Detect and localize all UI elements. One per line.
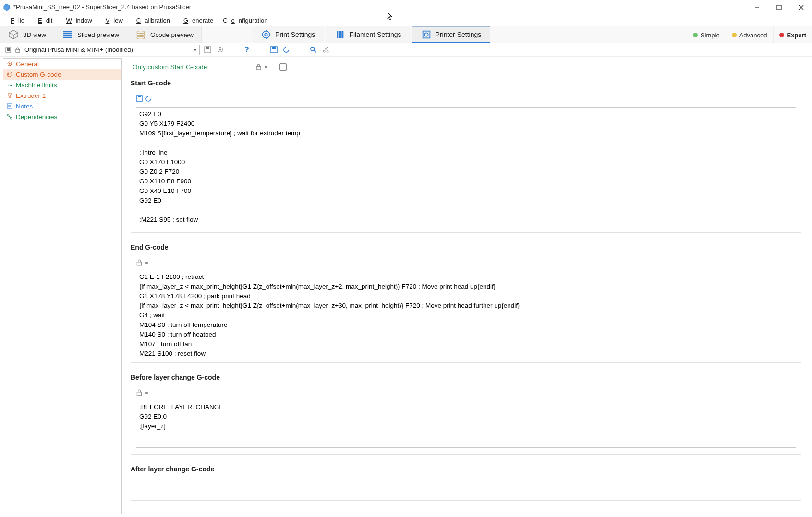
gauge-icon <box>6 82 13 88</box>
spool-icon <box>335 29 345 40</box>
menu-view[interactable]: View <box>98 16 127 25</box>
search-button[interactable] <box>308 45 318 55</box>
lock-indicator[interactable] <box>136 389 148 396</box>
save-field-button[interactable] <box>136 95 143 103</box>
svg-rect-19 <box>339 31 340 38</box>
svg-line-48 <box>9 116 11 118</box>
svg-rect-21 <box>342 31 344 38</box>
floppy-icon <box>204 46 211 53</box>
link-icon <box>6 113 13 120</box>
sidebar-item-machine-limits[interactable]: Machine limits <box>3 80 121 90</box>
bullet-icon <box>145 392 148 394</box>
lock-indicator[interactable] <box>255 64 267 70</box>
menu-calibration[interactable]: Calibration <box>129 16 174 25</box>
menu-edit[interactable]: Edit <box>30 16 56 25</box>
mode-label: Expert <box>787 32 806 39</box>
bullet-icon <box>265 66 267 68</box>
note-icon <box>6 103 13 109</box>
search-icon <box>310 46 317 53</box>
scissors-icon <box>322 46 329 53</box>
sidebar-item-label: General <box>16 60 39 68</box>
start-gcode-textarea[interactable] <box>136 107 796 226</box>
svg-rect-1 <box>777 5 781 10</box>
tab-label: Printer Settings <box>436 31 482 38</box>
mode-advanced[interactable]: Advanced <box>726 26 773 44</box>
svg-rect-52 <box>137 262 141 265</box>
floppy-blue-icon <box>270 46 278 53</box>
tab-label: Gcode preview <box>150 31 194 38</box>
lock-icon <box>136 389 143 396</box>
mode-simple[interactable]: Simple <box>687 26 726 44</box>
mode-expert[interactable]: Expert <box>773 26 812 44</box>
svg-rect-28 <box>206 47 209 49</box>
only-custom-row: Only custom Start G-code: <box>128 61 804 77</box>
only-custom-checkbox[interactable] <box>279 63 287 71</box>
lock-indicator[interactable] <box>136 259 148 266</box>
mode-label: Advanced <box>739 32 767 39</box>
save-preset-button[interactable] <box>203 45 212 55</box>
section-after-layer-change: After layer change G-code <box>131 463 801 501</box>
tab-sliced-preview[interactable]: Sliced preview <box>54 26 127 43</box>
layers-icon <box>62 29 73 40</box>
preset-name: Original Prusa MINI & MINI+ (modified) <box>23 46 191 53</box>
lock-icon <box>15 47 21 53</box>
sidebar-item-extruder-1[interactable]: Extruder 1 <box>3 90 121 101</box>
tab-label: Print Settings <box>275 31 315 38</box>
printer-preset-combo[interactable]: Original Prusa MINI & MINI+ (modified) ▾ <box>3 45 200 55</box>
svg-rect-26 <box>16 49 20 52</box>
sidebar-item-label: Custom G-code <box>16 71 61 78</box>
sidebar-item-custom-gcode[interactable]: Custom G-code <box>3 69 121 80</box>
gear-icon <box>217 46 224 53</box>
menu-window[interactable]: Window <box>58 16 96 25</box>
section-header: After layer change G-code <box>131 463 801 477</box>
printer-icon <box>421 29 432 40</box>
settings-tree: General Custom G-code Machine limits Ext… <box>3 58 122 514</box>
close-button[interactable] <box>790 0 812 14</box>
menu-configuration[interactable]: Configuration <box>219 16 271 25</box>
section-header: End G-code <box>131 241 801 255</box>
tab-printer-settings[interactable]: Printer Settings <box>412 26 491 43</box>
only-custom-label: Only custom Start G-code: <box>133 63 248 71</box>
cut-button[interactable] <box>321 45 330 55</box>
tab-print-settings[interactable]: Print Settings <box>252 26 324 43</box>
settings-content[interactable]: Only custom Start G-code: Start G-code E… <box>125 57 812 517</box>
sidebar-item-notes[interactable]: Notes <box>3 101 121 111</box>
svg-rect-20 <box>340 31 342 38</box>
menu-bar: File Edit Window View Calibration Genera… <box>0 14 812 26</box>
settings-preset-button[interactable] <box>215 45 225 55</box>
tab-filament-settings[interactable]: Filament Settings <box>326 26 410 43</box>
funnel-icon <box>6 92 13 99</box>
tab-3d-view[interactable]: 3D view <box>0 26 54 43</box>
svg-rect-25 <box>7 48 10 51</box>
lock-icon <box>136 259 143 266</box>
save-button[interactable] <box>269 45 279 55</box>
svg-point-40 <box>9 63 11 65</box>
sidebar-item-general[interactable]: General <box>3 59 121 69</box>
help-button[interactable]: ? <box>242 45 252 55</box>
system-preset-icon <box>5 47 11 53</box>
before-layer-gcode-textarea[interactable] <box>136 400 796 448</box>
revert-field-button[interactable] <box>145 95 152 103</box>
app-icon <box>3 3 11 11</box>
end-gcode-textarea[interactable] <box>136 270 796 356</box>
minimize-button[interactable] <box>746 0 768 14</box>
window-controls <box>746 0 812 14</box>
sidebar-item-dependencies[interactable]: Dependencies <box>3 111 121 122</box>
svg-line-34 <box>314 50 316 52</box>
cube-icon <box>8 29 19 40</box>
gear-icon <box>6 60 13 67</box>
undo-icon <box>283 46 290 53</box>
bullet-icon <box>145 262 148 264</box>
svg-rect-43 <box>7 104 12 108</box>
maximize-button[interactable] <box>768 0 790 14</box>
sidebar-item-label: Machine limits <box>16 82 57 89</box>
svg-point-12 <box>263 31 270 38</box>
section-header: Start G-code <box>131 77 801 91</box>
menu-generate[interactable]: Generate <box>176 16 217 25</box>
tab-label: Sliced preview <box>77 31 119 38</box>
revert-button[interactable] <box>281 45 291 55</box>
menu-file[interactable]: File <box>3 16 28 25</box>
floppy-blue-icon <box>136 95 143 102</box>
svg-point-30 <box>219 49 221 51</box>
tab-gcode-preview[interactable]: Gcode preview <box>127 26 202 43</box>
